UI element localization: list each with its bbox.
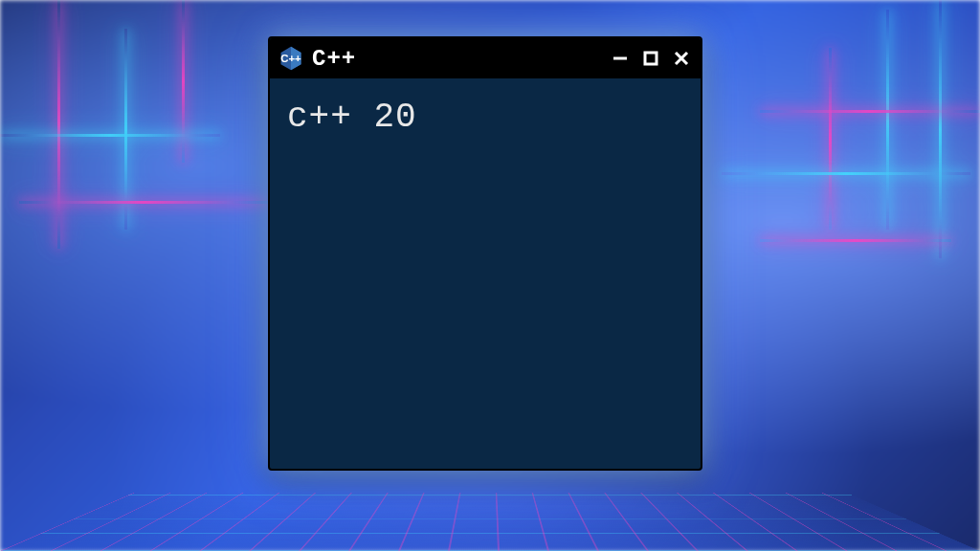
terminal-window: C++ C++ c++ 20: [268, 36, 702, 471]
window-title: C++: [312, 46, 601, 72]
floor-grid: [0, 493, 980, 551]
svg-rect-4: [645, 53, 657, 64]
svg-text:C++: C++: [280, 53, 301, 64]
window-controls: [609, 47, 693, 70]
terminal-output: c++ 20: [287, 98, 417, 137]
titlebar[interactable]: C++ C++: [270, 38, 701, 78]
maximize-button[interactable]: [639, 47, 662, 70]
close-button[interactable]: [670, 47, 693, 70]
cpp-icon: C++: [278, 45, 304, 72]
terminal-content[interactable]: c++ 20: [270, 78, 701, 156]
minimize-button[interactable]: [609, 47, 632, 70]
